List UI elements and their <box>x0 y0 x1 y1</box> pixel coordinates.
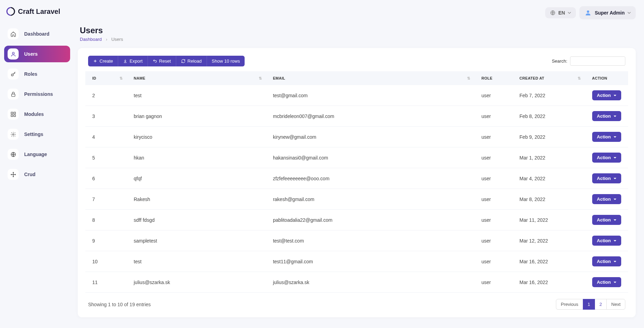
sidebar-item-permissions[interactable]: Permissions <box>4 86 70 102</box>
cell-id: 9 <box>85 230 127 251</box>
action-button[interactable]: Action <box>592 90 621 100</box>
cell-email: rakesh@gmail.com <box>266 189 475 210</box>
table-row: 7 Rakesh rakesh@gmail.com user Mar 8, 20… <box>85 189 628 210</box>
table-row: 8 sdff fdsgd pablitoadalia22@gmail.com u… <box>85 210 628 230</box>
cell-id: 4 <box>85 127 127 147</box>
cell-id: 10 <box>85 251 127 272</box>
cell-email: julius@szarka.sk <box>266 272 475 293</box>
cell-id: 8 <box>85 210 127 230</box>
cell-action: Action <box>585 127 628 147</box>
lock-icon <box>8 89 19 100</box>
reload-icon <box>181 59 186 63</box>
cell-created-at: Mar 1, 2022 <box>513 147 585 168</box>
action-button[interactable]: Action <box>592 236 621 246</box>
prev-button[interactable]: Previous <box>556 299 583 310</box>
create-button[interactable]: Create <box>88 56 118 66</box>
svg-rect-0 <box>10 8 11 15</box>
cell-created-at: Mar 11, 2022 <box>513 210 585 230</box>
topbar: EN Super Admin <box>78 6 636 26</box>
sidebar-item-language[interactable]: Language <box>4 146 70 163</box>
entries-info: Showing 1 to 10 of 19 entries <box>88 302 151 307</box>
reload-button[interactable]: Reload <box>176 56 207 66</box>
user-icon <box>8 48 19 60</box>
table-row: 6 qfqf zfzfefeeeeeeee@ooo.com user Mar 4… <box>85 168 628 189</box>
svg-rect-7 <box>13 115 15 116</box>
search-label: Search: <box>552 58 567 64</box>
action-button[interactable]: Action <box>592 132 621 142</box>
cell-created-at: Mar 4, 2022 <box>513 168 585 189</box>
plus-icon <box>93 59 97 63</box>
caret-down-icon <box>614 136 616 138</box>
table-row: 10 test test11@gmail.com user Mar 16, 20… <box>85 251 628 272</box>
sidebar-item-crud[interactable]: Crud <box>4 166 70 183</box>
cell-created-at: Mar 16, 2022 <box>513 272 585 293</box>
sidebar-item-settings[interactable]: Settings <box>4 126 70 143</box>
svg-point-11 <box>13 172 13 173</box>
cell-name: julius@szarka.sk <box>127 272 266 293</box>
brand-logo[interactable]: Craft Laravel <box>4 7 70 26</box>
next-button[interactable]: Next <box>606 299 625 310</box>
cell-name: hkan <box>127 147 266 168</box>
table-row: 11 julius@szarka.sk julius@szarka.sk use… <box>85 272 628 293</box>
cell-role: user <box>475 147 513 168</box>
user-name: Super Admin <box>595 10 625 16</box>
caret-down-icon <box>614 116 616 117</box>
chevron-down-icon <box>568 11 571 15</box>
action-button[interactable]: Action <box>592 256 621 266</box>
cell-action: Action <box>585 85 628 106</box>
svg-point-16 <box>587 10 589 13</box>
col-email[interactable]: EMAIL <box>266 71 475 85</box>
sidebar-item-roles[interactable]: Roles <box>4 66 70 82</box>
cell-email: mcbrideleon007@gmail.com <box>266 106 475 127</box>
globe-icon <box>550 10 556 16</box>
reset-button[interactable]: Reset <box>148 56 176 66</box>
svg-point-1 <box>12 52 14 54</box>
cell-name: sampletest <box>127 230 266 251</box>
sidebar-item-label: Crud <box>24 172 36 177</box>
action-button[interactable]: Action <box>592 173 621 183</box>
sidebar-item-label: Modules <box>24 111 44 117</box>
user-menu[interactable]: Super Admin <box>579 6 636 19</box>
export-button[interactable]: Export <box>118 56 148 66</box>
cell-role: user <box>475 210 513 230</box>
cell-action: Action <box>585 168 628 189</box>
table-row: 9 sampletest test@test.com user Mar 12, … <box>85 230 628 251</box>
home-icon <box>8 28 19 39</box>
sidebar-item-modules[interactable]: Modules <box>4 106 70 122</box>
page-1[interactable]: 1 <box>583 299 595 310</box>
users-card: Create Export Reset Reload <box>78 48 636 317</box>
sidebar-item-label: Settings <box>24 131 43 137</box>
show-rows-button[interactable]: Show 10 rows <box>207 56 245 66</box>
language-selector[interactable]: EN <box>545 7 576 18</box>
cell-name: brian gagnon <box>127 106 266 127</box>
col-created-at[interactable]: CREATED AT <box>513 71 585 85</box>
svg-rect-5 <box>13 112 15 114</box>
modules-icon <box>8 109 19 120</box>
cell-name: kirycisco <box>127 127 266 147</box>
search-input[interactable] <box>570 56 625 66</box>
caret-down-icon <box>614 240 616 242</box>
cell-role: user <box>475 189 513 210</box>
toolbar-actions: Create Export Reset Reload <box>88 56 245 66</box>
col-name[interactable]: NAME <box>127 71 266 85</box>
globe-icon <box>8 149 19 160</box>
page-2[interactable]: 2 <box>595 299 607 310</box>
sidebar-item-dashboard[interactable]: Dashboard <box>4 26 70 42</box>
col-id[interactable]: ID <box>85 71 127 85</box>
action-button[interactable]: Action <box>592 153 621 163</box>
action-button[interactable]: Action <box>592 194 621 204</box>
cell-role: user <box>475 127 513 147</box>
breadcrumb-separator: › <box>106 37 107 42</box>
cell-action: Action <box>585 189 628 210</box>
breadcrumb-root[interactable]: Dashboard <box>80 37 102 42</box>
page-header: Users Dashboard › Users <box>78 26 636 48</box>
action-button[interactable]: Action <box>592 215 621 225</box>
cell-email: pablitoadalia22@gmail.com <box>266 210 475 230</box>
sidebar-item-users[interactable]: Users <box>4 46 70 62</box>
action-button[interactable]: Action <box>592 277 621 287</box>
key-icon <box>8 69 19 80</box>
cell-name: Rakesh <box>127 189 266 210</box>
avatar-icon <box>584 9 592 17</box>
action-button[interactable]: Action <box>592 111 621 121</box>
caret-down-icon <box>614 219 616 221</box>
